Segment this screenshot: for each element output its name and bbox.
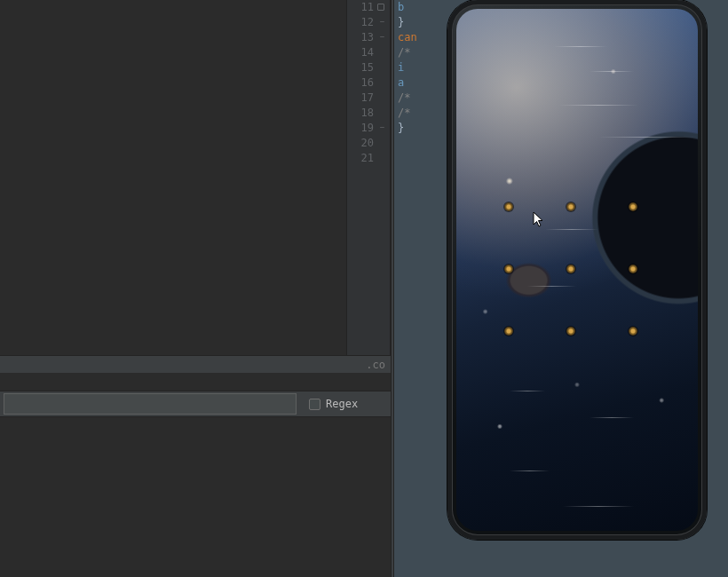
- breakpoint-marker[interactable]: [377, 4, 384, 11]
- pattern-dot[interactable]: [566, 327, 575, 336]
- search-input[interactable]: [4, 393, 297, 415]
- line-gutter[interactable]: 1112−13−141516171819−2021: [346, 0, 391, 355]
- star-trail: [554, 46, 607, 47]
- line-number[interactable]: 21: [347, 151, 390, 166]
- line-number[interactable]: 11: [347, 0, 390, 15]
- line-number[interactable]: 19−: [347, 121, 390, 136]
- star-trail: [563, 506, 634, 507]
- pattern-dot[interactable]: [566, 202, 575, 211]
- pattern-dot[interactable]: [566, 265, 575, 273]
- editor-panel: 1112−13−141516171819−2021 .co Regex: [0, 0, 391, 577]
- line-number[interactable]: 16: [347, 75, 390, 91]
- code-line[interactable]: }: [394, 15, 447, 30]
- line-number[interactable]: 17: [347, 91, 390, 106]
- code-line[interactable]: /*: [394, 106, 447, 121]
- regex-label: Regex: [326, 398, 358, 410]
- star-trail: [510, 391, 545, 391]
- line-number[interactable]: 14: [347, 45, 390, 60]
- code-line[interactable]: a: [394, 75, 447, 91]
- star-trail: [590, 417, 634, 418]
- pattern-dot[interactable]: [504, 202, 513, 211]
- star-trail: [590, 71, 634, 72]
- device-frame: [447, 0, 707, 540]
- code-line[interactable]: i: [394, 60, 447, 75]
- device-screen[interactable]: [456, 9, 698, 531]
- status-text: .co: [366, 359, 385, 371]
- code-line[interactable]: }: [394, 121, 447, 136]
- fold-icon[interactable]: −: [378, 33, 386, 41]
- code-editor[interactable]: [0, 0, 346, 355]
- code-line[interactable]: b: [394, 0, 447, 15]
- star-trail: [558, 105, 638, 106]
- lock-pattern-grid[interactable]: [504, 202, 650, 348]
- code-line[interactable]: /*: [394, 91, 447, 106]
- code-line[interactable]: [394, 151, 447, 166]
- pattern-dot[interactable]: [629, 327, 637, 336]
- regex-checkbox[interactable]: [309, 399, 320, 410]
- code-line[interactable]: /*: [394, 45, 447, 60]
- code-overflow: b}can/* ia/* /* }: [394, 0, 447, 355]
- star-trail: [510, 470, 550, 471]
- find-bar: Regex: [0, 391, 391, 417]
- emulator-panel: b}can/* ia/* /* }: [394, 0, 728, 577]
- console-panel[interactable]: [0, 417, 391, 577]
- pattern-dot[interactable]: [629, 265, 637, 273]
- line-number[interactable]: 13−: [347, 30, 390, 45]
- pattern-dot[interactable]: [504, 327, 513, 336]
- line-number[interactable]: 12−: [347, 15, 390, 30]
- pattern-dot[interactable]: [629, 202, 637, 211]
- star-trail: [598, 137, 696, 138]
- editor-status-bar: .co: [0, 355, 391, 373]
- line-number[interactable]: 20: [347, 136, 390, 151]
- fold-icon[interactable]: −: [378, 123, 386, 131]
- line-number[interactable]: 15: [347, 60, 390, 75]
- code-line[interactable]: [394, 136, 447, 151]
- pattern-dot[interactable]: [504, 265, 513, 273]
- code-line[interactable]: can: [394, 30, 447, 45]
- line-number[interactable]: 18: [347, 106, 390, 121]
- fold-icon[interactable]: −: [378, 18, 386, 26]
